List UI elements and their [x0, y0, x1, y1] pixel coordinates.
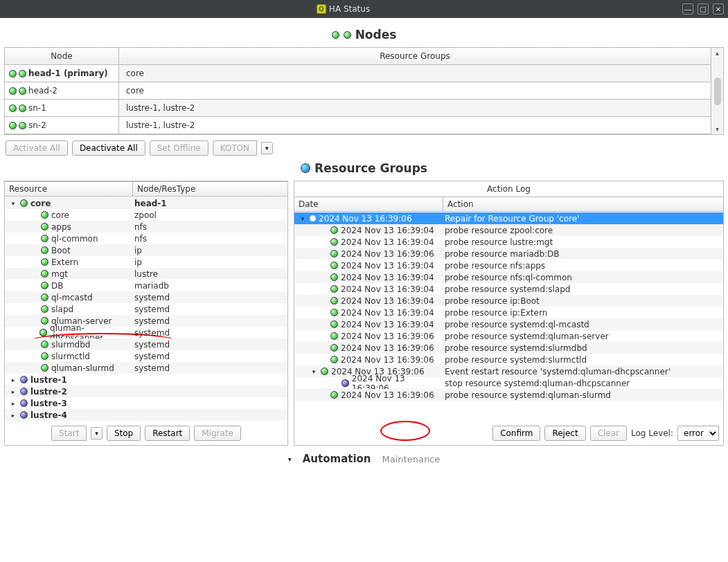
resource-row[interactable]: slapd systemd [5, 303, 287, 315]
action-log-panel: Action Log Date Action ▾ 2024 Nov 13 16:… [294, 181, 724, 446]
status-icon [341, 379, 349, 387]
resource-row[interactable]: slurmctld systemd [5, 350, 287, 362]
resource-type: mariadb [134, 281, 286, 291]
log-row[interactable]: 2024 Nov 13 16:39:04 probe resource nfs:… [294, 271, 723, 283]
resource-row[interactable]: ▸ lustre-3 [5, 397, 287, 409]
restart-button[interactable]: Restart [145, 426, 190, 441]
scroll-thumb[interactable] [714, 78, 721, 105]
scroll-down-icon[interactable]: ▾ [716, 125, 719, 133]
expand-icon[interactable]: ▾ [299, 215, 307, 222]
log-row[interactable]: 2024 Nov 13 16:39:04 probe resource ip:E… [294, 307, 723, 318]
log-row[interactable]: 2024 Nov 13 16:39:06 probe resource syst… [294, 330, 723, 342]
scroll-up-icon[interactable]: ▴ [716, 49, 719, 57]
automation-label[interactable]: Automation [303, 453, 371, 465]
nodes-row[interactable]: head-2 core [5, 82, 711, 100]
status-icon [19, 70, 26, 78]
chevron-down-icon[interactable]: ▾ [288, 455, 292, 463]
resource-groups-title: Resource Groups [4, 161, 724, 175]
status-icon [9, 122, 17, 129]
log-row[interactable]: 2024 Nov 13 16:39:04 probe resource ip:B… [294, 295, 723, 307]
koton-dropdown[interactable]: ▾ [261, 142, 273, 154]
nodes-row[interactable]: sn-2 lustre-1, lustre-2 [5, 117, 711, 134]
log-row[interactable]: 2024 Nov 13 16:39:04 probe resource syst… [294, 318, 723, 330]
log-row[interactable]: 2024 Nov 13 16:39:04 probe resource nfs:… [294, 260, 723, 271]
res-header-node: Node/ResType [133, 182, 287, 196]
log-row[interactable]: 2024 Nov 13 16:39:06 probe resource syst… [294, 342, 723, 354]
log-date: 2024 Nov 13 16:39:06 [341, 343, 434, 353]
resource-row[interactable]: qluman-slurmd systemd [5, 362, 287, 374]
log-row[interactable]: 2024 Nov 13 16:39:04 probe resource zpoo… [294, 224, 723, 236]
resource-row[interactable]: core zpool [5, 209, 287, 221]
expand-icon[interactable]: ▸ [9, 377, 17, 383]
status-icon [330, 238, 338, 246]
log-action: probe resource nfs:apps [445, 261, 722, 271]
status-icon [19, 122, 26, 129]
resource-row[interactable]: ▸ lustre-2 [5, 386, 287, 397]
reject-button[interactable]: Reject [544, 426, 585, 441]
resource-type: systemd [134, 340, 286, 350]
maintenance-label[interactable]: Maintenance [382, 454, 441, 464]
log-row[interactable]: 2024 Nov 13 16:39:06 probe resource syst… [294, 389, 723, 401]
status-icon [20, 388, 28, 395]
maximize-button[interactable]: □ [698, 3, 709, 15]
resource-row[interactable]: ▾ core head-1 [5, 197, 287, 209]
start-button[interactable]: Start [51, 426, 87, 441]
status-icon [9, 87, 17, 95]
resource-row[interactable]: Boot ip [5, 244, 287, 256]
resource-row[interactable]: mgt lustre [5, 268, 287, 280]
start-dropdown[interactable]: ▾ [91, 427, 103, 439]
expand-icon[interactable]: ▸ [9, 412, 17, 419]
status-icon [19, 105, 26, 112]
clear-button[interactable]: Clear [590, 426, 627, 441]
resource-row[interactable]: ▸ lustre-1 [5, 374, 287, 386]
status-icon [330, 391, 338, 399]
nodes-row[interactable]: sn-1 lustre-1, lustre-2 [5, 100, 711, 117]
activate-all-button[interactable]: Activate All [6, 140, 68, 156]
status-icon [20, 199, 28, 207]
log-level-select[interactable]: error [677, 426, 719, 441]
nodes-scrollbar[interactable]: ▴ ▾ [711, 48, 723, 134]
minimize-button[interactable]: ― [682, 3, 693, 15]
expand-icon[interactable]: ▾ [9, 200, 17, 207]
node-rg: lustre-1, lustre-2 [119, 117, 711, 134]
node-name: sn-1 [28, 103, 46, 113]
resource-type: systemd [134, 363, 286, 373]
log-action: Repair for Resource Group 'core' [445, 214, 722, 224]
resource-row[interactable]: qluman-dhcpscanner systemd [5, 327, 287, 338]
log-row[interactable]: ▾ 2024 Nov 13 16:39:06 Repair for Resour… [294, 212, 723, 224]
resources-panel: Resource Node/ResType ▾ core head-1 core… [4, 181, 288, 446]
log-row[interactable]: 2024 Nov 13 16:39:04 probe resource lust… [294, 236, 723, 248]
resource-name: core [51, 210, 69, 220]
resource-row[interactable]: slurmdbd systemd [5, 338, 287, 350]
resource-type: systemd [134, 316, 286, 326]
log-date: 2024 Nov 13 16:39:04 [341, 237, 434, 247]
log-row[interactable]: 2024 Nov 13 16:39:04 probe resource syst… [294, 283, 723, 295]
resource-row[interactable]: apps nfs [5, 221, 287, 233]
deactivate-all-button[interactable]: Deactivate All [72, 140, 145, 156]
resource-row[interactable]: ql-mcastd systemd [5, 291, 287, 303]
migrate-button[interactable]: Migrate [194, 426, 241, 441]
log-row[interactable]: 2024 Nov 13 16:39:06 probe resource mari… [294, 248, 723, 260]
nodes-row[interactable]: head-1 (primary) core [5, 65, 711, 82]
stop-button[interactable]: Stop [107, 426, 141, 441]
resource-name: core [30, 199, 51, 208]
resource-name: mgt [51, 269, 68, 279]
resource-row[interactable]: ▸ lustre-4 [5, 409, 287, 421]
koton-button[interactable]: KOTON [213, 140, 257, 156]
status-icon [41, 341, 48, 348]
log-row[interactable]: 2024 Nov 13 16:39:06 probe resource syst… [294, 354, 723, 365]
resource-row[interactable]: ql-common nfs [5, 233, 287, 244]
resource-row[interactable]: Extern ip [5, 256, 287, 268]
status-icon [41, 270, 48, 278]
status-icon [330, 285, 338, 293]
log-action: probe resource ip:Extern [445, 308, 722, 318]
confirm-button[interactable]: Confirm [492, 426, 540, 441]
close-button[interactable]: ✕ [713, 3, 724, 15]
expand-icon[interactable]: ▸ [9, 400, 17, 407]
resource-row[interactable]: DB mariadb [5, 280, 287, 291]
set-offline-button[interactable]: Set Offline [150, 140, 208, 156]
expand-icon[interactable]: ▸ [9, 388, 17, 395]
log-row[interactable]: 2024 Nov 13 16:39:06 stop resource syste… [294, 377, 723, 389]
log-action: probe resource ip:Boot [445, 296, 722, 306]
log-action: probe resource nfs:ql-common [445, 273, 722, 282]
